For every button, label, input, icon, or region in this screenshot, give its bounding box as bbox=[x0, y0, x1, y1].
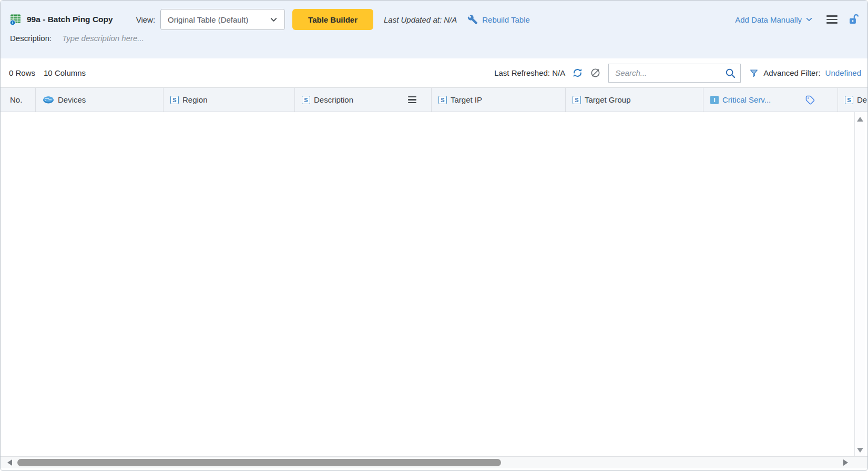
string-type-icon: S bbox=[302, 96, 310, 104]
intent-type-icon: I bbox=[710, 96, 719, 104]
top-header-bar: i 99a - Batch Ping Copy View: Original T… bbox=[1, 1, 867, 58]
last-updated-text: Last Updated at: N/A bbox=[384, 15, 457, 24]
column-label: Critical Serv... bbox=[722, 95, 771, 104]
filter-funnel-icon bbox=[749, 68, 759, 78]
search-input[interactable] bbox=[615, 68, 724, 77]
svg-text:i: i bbox=[12, 21, 13, 25]
horizontal-scrollbar-thumb[interactable] bbox=[17, 459, 501, 466]
tag-icon[interactable] bbox=[805, 95, 815, 105]
page-title: 99a - Batch Ping Copy bbox=[27, 15, 113, 24]
column-label: Devices bbox=[58, 95, 86, 104]
refresh-off-icon[interactable] bbox=[590, 67, 601, 78]
column-label: Region bbox=[182, 95, 208, 104]
string-type-icon: S bbox=[573, 96, 581, 104]
rebuild-table-label: Rebuild Table bbox=[482, 15, 530, 24]
column-menu-icon[interactable] bbox=[407, 95, 417, 104]
column-label: De bbox=[857, 95, 867, 104]
table-page: i 99a - Batch Ping Copy View: Original T… bbox=[0, 0, 868, 471]
menu-icon[interactable] bbox=[825, 14, 839, 25]
view-label: View: bbox=[136, 15, 155, 24]
vertical-scrollbar[interactable] bbox=[854, 112, 865, 457]
rebuild-table-button[interactable]: Rebuild Table bbox=[467, 14, 530, 25]
advanced-filter-button[interactable]: Advanced Filter: Undefined bbox=[749, 68, 861, 78]
search-icon[interactable] bbox=[724, 67, 736, 79]
description-input[interactable] bbox=[62, 34, 283, 43]
column-header-description[interactable]: S Description bbox=[295, 88, 432, 112]
scroll-up-icon[interactable] bbox=[857, 117, 863, 122]
device-icon bbox=[43, 96, 54, 104]
column-label: No. bbox=[10, 95, 22, 104]
column-header-devices[interactable]: Devices bbox=[36, 88, 164, 112]
column-header-de-truncated[interactable]: S De bbox=[838, 88, 867, 112]
string-type-icon: S bbox=[845, 96, 853, 104]
column-header-critical-services[interactable]: I Critical Serv... bbox=[703, 88, 838, 112]
last-refreshed-text: Last Refreshed: N/A bbox=[494, 68, 565, 77]
string-type-icon: S bbox=[438, 96, 447, 104]
table-info-icon: i bbox=[9, 13, 23, 26]
scroll-left-icon[interactable] bbox=[7, 459, 12, 466]
view-selected-value: Original Table (Default) bbox=[168, 15, 248, 24]
table-header-row: No. Devices S Region S Des bbox=[1, 88, 867, 112]
column-header-no[interactable]: No. bbox=[1, 88, 36, 112]
column-header-region[interactable]: S Region bbox=[164, 88, 295, 112]
search-box bbox=[608, 64, 741, 83]
scroll-down-icon[interactable] bbox=[857, 448, 863, 453]
table-builder-button[interactable]: Table Builder bbox=[292, 9, 373, 30]
description-label: Description: bbox=[10, 34, 52, 43]
table-body-empty bbox=[1, 112, 867, 457]
view-select-dropdown[interactable]: Original Table (Default) bbox=[160, 9, 285, 30]
horizontal-scrollbar[interactable] bbox=[1, 456, 867, 468]
unlock-icon[interactable] bbox=[848, 14, 859, 25]
table-toolbar: 0 Rows 10 Columns Last Refreshed: N/A bbox=[1, 58, 867, 88]
advanced-filter-value: Undefined bbox=[825, 68, 861, 77]
column-label: Target IP bbox=[451, 95, 482, 104]
chevron-down-icon bbox=[805, 16, 813, 23]
chevron-down-icon bbox=[270, 16, 278, 24]
refresh-icon[interactable] bbox=[572, 67, 583, 78]
column-count: 10 Columns bbox=[44, 68, 86, 77]
wrench-icon bbox=[467, 14, 478, 25]
row-count: 0 Rows bbox=[9, 68, 35, 77]
string-type-icon: S bbox=[170, 96, 179, 104]
advanced-filter-label: Advanced Filter: bbox=[763, 68, 820, 77]
column-label: Description bbox=[314, 95, 353, 104]
column-header-target-group[interactable]: S Target Group bbox=[566, 88, 703, 112]
add-data-manually-label: Add Data Manually bbox=[735, 15, 802, 24]
add-data-manually-button[interactable]: Add Data Manually bbox=[735, 15, 813, 24]
scroll-right-icon[interactable] bbox=[843, 459, 848, 466]
column-header-target-ip[interactable]: S Target IP bbox=[432, 88, 566, 112]
column-label: Target Group bbox=[585, 95, 631, 104]
